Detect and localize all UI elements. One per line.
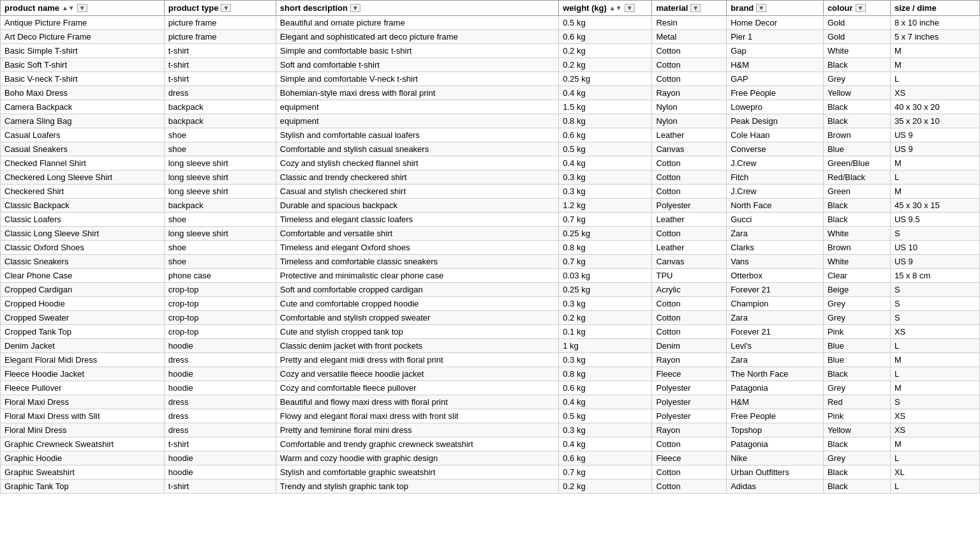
filter-icon-product-name[interactable]: ▼ xyxy=(77,4,87,12)
cell-weight: 0.5 kg xyxy=(559,409,652,423)
table-row: Cropped Cardigancrop-topSoft and comfort… xyxy=(1,283,980,297)
cell-brand: Pier 1 xyxy=(727,30,824,44)
cell-product_type: t-shirt xyxy=(164,44,276,58)
cell-material: Canvas xyxy=(652,142,727,156)
table-row: Basic V-neck T-shirtt-shirtSimple and co… xyxy=(1,72,980,86)
col-header-brand[interactable]: brand ▼ xyxy=(727,1,824,16)
cell-weight: 0.4 kg xyxy=(559,156,652,170)
cell-brand: Free People xyxy=(727,86,824,100)
cell-weight: 0.4 kg xyxy=(559,395,652,409)
col-label-short-desc: short description xyxy=(280,3,348,13)
cell-size_dime: L xyxy=(890,170,979,185)
filter-icon-weight[interactable]: ▼ xyxy=(625,4,635,12)
cell-short_description: equipment xyxy=(276,114,558,128)
cell-short_description: Timeless and elegant Oxford shoes xyxy=(276,241,558,255)
cell-short_description: Bohemian-style maxi dress with floral pr… xyxy=(276,86,558,100)
cell-colour: Black xyxy=(823,100,890,114)
cell-material: Resin xyxy=(652,16,727,30)
cell-brand: The North Face xyxy=(727,367,824,381)
cell-material: Denim xyxy=(652,339,727,353)
cell-product_type: t-shirt xyxy=(164,58,276,72)
cell-size_dime: XS xyxy=(890,325,979,339)
sort-icon-product-name[interactable]: ▲▼ xyxy=(62,4,75,11)
cell-colour: White xyxy=(823,44,890,58)
cell-product_name: Elegant Floral Midi Dress xyxy=(1,353,165,367)
cell-material: Nylon xyxy=(652,100,727,114)
cell-product_name: Classic Backpack xyxy=(1,199,165,213)
col-header-material[interactable]: material ▼ xyxy=(652,1,727,16)
cell-brand: Patagonia xyxy=(727,381,824,395)
cell-material: Cotton xyxy=(652,227,727,241)
cell-size_dime: M xyxy=(890,185,979,199)
sort-icon-weight[interactable]: ▲▼ xyxy=(609,4,622,11)
col-header-weight[interactable]: weight (kg) ▲▼ ▼ xyxy=(559,1,652,16)
col-header-product-name[interactable]: product name ▲▼ ▼ xyxy=(1,1,165,16)
cell-weight: 1.2 kg xyxy=(559,199,652,213)
cell-colour: White xyxy=(823,227,890,241)
table-row: Graphic Tank Topt-shirtTrendy and stylis… xyxy=(1,480,980,494)
cell-product_name: Floral Mini Dress xyxy=(1,423,165,437)
table-row: Checkered Long Sleeve Shirtlong sleeve s… xyxy=(1,170,980,185)
col-label-material: material xyxy=(656,3,688,13)
cell-short_description: Comfortable and trendy graphic crewneck … xyxy=(276,437,558,451)
cell-product_type: hoodie xyxy=(164,381,276,395)
col-header-product-type[interactable]: product type ▼ xyxy=(164,1,276,16)
cell-product_name: Checkered Shirt xyxy=(1,185,165,199)
cell-product_type: shoe xyxy=(164,142,276,156)
cell-brand: J.Crew xyxy=(727,185,824,199)
table-row: Cropped Hoodiecrop-topCute and comfortab… xyxy=(1,297,980,311)
cell-size_dime: XL xyxy=(890,465,979,480)
filter-icon-product-type[interactable]: ▼ xyxy=(221,4,231,12)
cell-size_dime: XS xyxy=(890,86,979,100)
cell-size_dime: US 9 xyxy=(890,142,979,156)
table-row: Fleece Hoodie JackethoodieCozy and versa… xyxy=(1,367,980,381)
cell-product_name: Antique Picture Frame xyxy=(1,16,165,30)
filter-icon-short-desc[interactable]: ▼ xyxy=(350,4,360,12)
table-row: Floral Mini DressdressPretty and feminin… xyxy=(1,423,980,437)
cell-material: Acrylic xyxy=(652,283,727,297)
cell-colour: Red/Black xyxy=(823,170,890,185)
filter-icon-material[interactable]: ▼ xyxy=(690,4,701,12)
cell-colour: Grey xyxy=(823,297,890,311)
table-row: Basic Simple T-shirtt-shirtSimple and co… xyxy=(1,44,980,58)
cell-size_dime: S xyxy=(890,283,979,297)
filter-icon-colour[interactable]: ▼ xyxy=(856,4,866,12)
col-label-product-type: product type xyxy=(168,3,219,13)
cell-brand: Home Decor xyxy=(727,16,824,30)
cell-product_name: Floral Maxi Dress with Slit xyxy=(1,409,165,423)
filter-icon-brand[interactable]: ▼ xyxy=(756,4,766,12)
cell-short_description: Trendy and stylish graphic tank top xyxy=(276,480,558,494)
cell-weight: 0.25 kg xyxy=(559,283,652,297)
cell-product_type: backpack xyxy=(164,114,276,128)
cell-material: Fleece xyxy=(652,451,727,465)
cell-material: Cotton xyxy=(652,437,727,451)
cell-short_description: Pretty and feminine floral mini dress xyxy=(276,423,558,437)
cell-material: Cotton xyxy=(652,58,727,72)
cell-material: Cotton xyxy=(652,185,727,199)
cell-product_name: Cropped Sweater xyxy=(1,311,165,325)
cell-colour: Grey xyxy=(823,381,890,395)
cell-brand: Champion xyxy=(727,297,824,311)
cell-brand: Lowepro xyxy=(727,100,824,114)
cell-material: Rayon xyxy=(652,423,727,437)
cell-colour: Green/Blue xyxy=(823,156,890,170)
cell-short_description: equipment xyxy=(276,100,558,114)
cell-colour: Black xyxy=(823,465,890,480)
table-row: Classic BackpackbackpackDurable and spac… xyxy=(1,199,980,213)
cell-short_description: Soft and comfortable t-shirt xyxy=(276,58,558,72)
cell-size_dime: US 9.5 xyxy=(890,213,979,227)
cell-product_name: Denim Jacket xyxy=(1,339,165,353)
col-header-colour[interactable]: colour ▼ xyxy=(823,1,890,16)
cell-product_type: crop-top xyxy=(164,283,276,297)
col-label-colour: colour xyxy=(828,3,853,13)
cell-product_type: long sleeve shirt xyxy=(164,185,276,199)
cell-short_description: Stylish and comfortable graphic sweatshi… xyxy=(276,465,558,480)
cell-size_dime: 45 x 30 x 15 xyxy=(890,199,979,213)
cell-material: Polyester xyxy=(652,199,727,213)
cell-product_type: t-shirt xyxy=(164,437,276,451)
cell-size_dime: 5 x 7 inches xyxy=(890,30,979,44)
col-label-brand: brand xyxy=(731,3,754,13)
cell-weight: 0.6 kg xyxy=(559,128,652,142)
col-header-short-desc[interactable]: short description ▼ xyxy=(276,1,558,16)
cell-short_description: Classic denim jacket with front pockets xyxy=(276,339,558,353)
